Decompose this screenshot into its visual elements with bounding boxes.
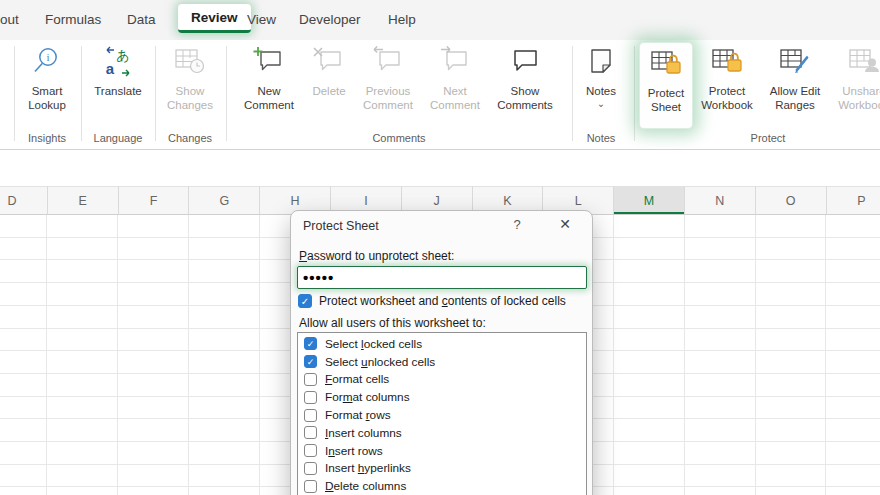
unshare-workbook-button[interactable]: Unshare Workbook: [829, 46, 880, 112]
previous-comment-button[interactable]: Previous Comment: [351, 46, 425, 112]
protect-option-row[interactable]: Insert columns: [298, 424, 586, 442]
excel-window: out Formulas Data Review View Developer …: [0, 0, 880, 495]
option-label: Format rows: [325, 408, 391, 422]
group-divider: [634, 46, 635, 141]
smart-lookup-button[interactable]: i Smart Lookup: [16, 46, 78, 112]
protect-workbook-button[interactable]: Protect Workbook: [696, 46, 758, 112]
tab-data[interactable]: Data: [127, 12, 156, 27]
group-label-notes: Notes: [553, 132, 649, 144]
column-header-P[interactable]: P: [827, 186, 880, 215]
password-input[interactable]: [297, 266, 587, 289]
ribbon-button-label: Show Changes: [159, 84, 221, 112]
column-header-E[interactable]: E: [48, 186, 119, 215]
option-checkbox[interactable]: [304, 480, 317, 493]
allow-users-label: Allow all users of this worksheet to:: [299, 316, 486, 330]
protect-worksheet-checkbox-row[interactable]: ✓ Protect worksheet and contents of lock…: [298, 294, 566, 308]
ribbon: i Smart Lookup あ a Translate: [0, 40, 880, 150]
group-divider: [155, 46, 156, 141]
notes-icon: [584, 46, 618, 82]
option-label: Format columns: [325, 390, 410, 404]
chevron-down-icon: ⌄: [597, 100, 605, 108]
notes-button[interactable]: Notes ⌄: [570, 46, 632, 108]
option-checkbox[interactable]: [304, 409, 317, 422]
protect-option-row[interactable]: Insert hyperlinks: [298, 460, 586, 478]
ribbon-button-label: Smart Lookup: [16, 84, 78, 112]
next-comment-icon: [438, 46, 472, 82]
option-checkbox[interactable]: [304, 373, 317, 386]
group-divider: [226, 46, 227, 141]
ribbon-button-label: Protect Workbook: [696, 84, 758, 112]
column-header-F[interactable]: F: [119, 186, 190, 215]
option-checkbox[interactable]: ✓: [304, 337, 317, 350]
show-comments-icon: [508, 46, 542, 82]
column-header-D[interactable]: D: [0, 186, 48, 215]
option-checkbox[interactable]: ✓: [304, 355, 317, 368]
dialog-title: Protect Sheet: [303, 219, 379, 233]
new-comment-icon: [252, 46, 286, 82]
tab-view[interactable]: View: [247, 12, 276, 27]
ribbon-button-label: Protect Sheet: [640, 86, 692, 114]
protect-worksheet-checkbox[interactable]: ✓: [298, 294, 312, 308]
protect-option-row[interactable]: Insert rows: [298, 442, 586, 460]
group-divider: [14, 46, 15, 141]
tab-help[interactable]: Help: [388, 12, 416, 27]
protect-option-row[interactable]: ✓Select locked cells: [298, 335, 586, 353]
next-comment-button[interactable]: Next Comment: [418, 46, 492, 112]
show-changes-button[interactable]: Show Changes: [159, 46, 221, 112]
protect-option-row[interactable]: Format rows: [298, 406, 586, 424]
option-checkbox[interactable]: [304, 444, 317, 457]
ribbon-button-label: Previous Comment: [351, 84, 425, 112]
ribbon-button-label: Notes: [586, 84, 616, 98]
ribbon-button-label: Delete: [312, 84, 345, 98]
delete-comment-icon: [312, 46, 346, 82]
previous-comment-icon: [371, 46, 405, 82]
translate-button[interactable]: あ a Translate: [87, 46, 149, 98]
unshare-workbook-icon: [847, 46, 880, 82]
close-icon[interactable]: ✕: [553, 216, 577, 232]
password-label: Password to unprotect sheet:: [299, 249, 454, 263]
column-header-G[interactable]: G: [189, 186, 260, 215]
ribbon-button-label: Next Comment: [418, 84, 492, 112]
svg-text:a: a: [106, 60, 115, 77]
option-label: Format cells: [325, 372, 389, 386]
column-header-N[interactable]: N: [685, 186, 756, 215]
protect-option-row[interactable]: ✓Select unlocked cells: [298, 353, 586, 371]
option-checkbox[interactable]: [304, 391, 317, 404]
new-comment-button[interactable]: New Comment: [238, 46, 300, 112]
group-label-protect: Protect: [720, 132, 816, 144]
option-label: Insert columns: [325, 426, 402, 440]
svg-text:i: i: [46, 51, 49, 63]
protect-option-row[interactable]: Delete columns: [298, 477, 586, 495]
group-label-comments: Comments: [351, 132, 447, 144]
option-label: Select unlocked cells: [325, 355, 435, 369]
ribbon-button-label: New Comment: [238, 84, 300, 112]
protect-workbook-icon: [710, 46, 744, 82]
allow-edit-ranges-icon: [778, 46, 812, 82]
show-comments-button[interactable]: Show Comments: [488, 46, 562, 112]
tab-review[interactable]: Review: [178, 4, 251, 33]
option-checkbox[interactable]: [304, 426, 317, 439]
protect-option-row[interactable]: Format cells: [298, 371, 586, 389]
protect-worksheet-label: Protect worksheet and contents of locked…: [319, 294, 566, 308]
tab-layout-partial[interactable]: out: [0, 12, 19, 27]
option-checkbox[interactable]: [304, 462, 317, 475]
smart-lookup-icon: i: [30, 46, 64, 82]
column-header-M[interactable]: M: [614, 186, 685, 215]
ribbon-button-label: Translate: [94, 84, 142, 98]
group-label-changes: Changes: [142, 132, 238, 144]
ribbon-button-label: Allow Edit Ranges: [758, 84, 832, 112]
allow-edit-ranges-button[interactable]: Allow Edit Ranges: [758, 46, 832, 112]
ribbon-button-label: Unshare Workbook: [829, 84, 880, 112]
tab-formulas[interactable]: Formulas: [45, 12, 101, 27]
allow-options-list[interactable]: ✓Select locked cells✓Select unlocked cel…: [297, 332, 587, 495]
help-icon[interactable]: ?: [507, 217, 527, 232]
protect-sheet-dialog: Protect Sheet ? ✕ Password to unprotect …: [290, 210, 593, 495]
option-label: Insert rows: [325, 444, 383, 458]
protect-sheet-button[interactable]: Protect Sheet: [640, 43, 692, 128]
column-header-O[interactable]: O: [756, 186, 827, 215]
option-label: Insert hyperlinks: [325, 461, 411, 475]
protect-option-row[interactable]: Format columns: [298, 388, 586, 406]
show-changes-icon: [173, 46, 207, 82]
ribbon-tab-bar: out Formulas Data Review View Developer …: [0, 0, 880, 40]
tab-developer[interactable]: Developer: [299, 12, 361, 27]
